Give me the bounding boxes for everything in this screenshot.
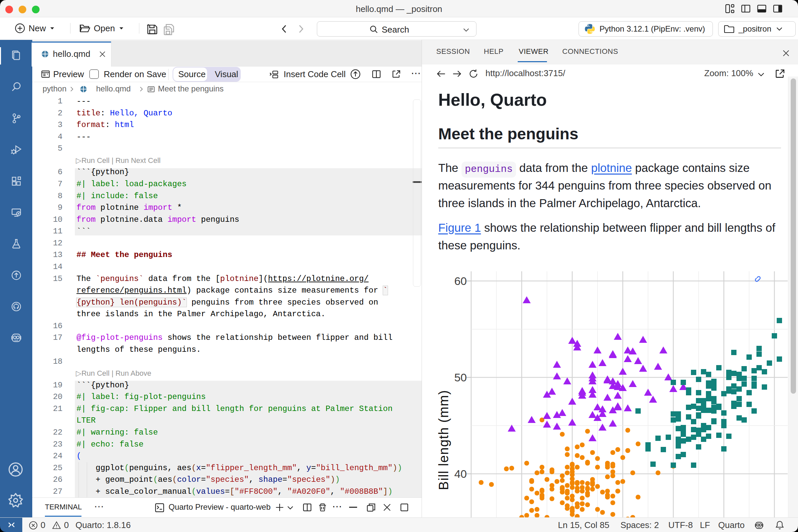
svg-text:Bill length (mm): Bill length (mm) [436, 390, 451, 490]
svg-text:50: 50 [454, 371, 467, 384]
svg-text:60: 60 [454, 274, 467, 287]
svg-text:40: 40 [454, 468, 467, 480]
